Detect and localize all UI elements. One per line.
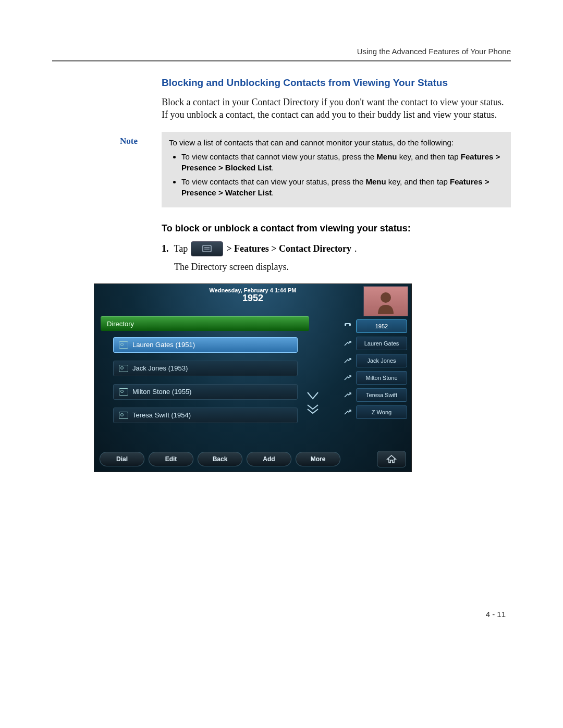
handset-icon [342,322,353,330]
contact-label: Teresa Swift (1954) [132,408,191,423]
side-row[interactable]: Lauren Gates [342,337,407,350]
side-chip[interactable]: 1952 [356,319,407,333]
softkey-edit[interactable]: Edit [149,452,193,466]
side-chip[interactable]: Milton Stone [356,371,407,385]
side-panel: 1952 Lauren Gates Jack Jones Milton Ston… [342,319,407,423]
side-chip[interactable]: Lauren Gates [356,337,407,350]
avatar [363,286,408,316]
chevron-down-double-icon[interactable] [306,404,320,415]
speed-dial-icon [342,375,353,381]
contact-list: Lauren Gates (1951) Jack Jones (1953) Mi… [113,337,298,431]
softkey-more[interactable]: More [296,452,340,466]
step-number: 1. [162,243,169,254]
chevron-down-icon[interactable] [306,390,320,402]
contact-card-icon [119,341,128,349]
speed-dial-icon [342,357,353,364]
contact-item[interactable]: Milton Stone (1955) [113,384,298,400]
phone-screenshot: Wednesday, February 4 1:44 PM 1952 Direc… [94,283,412,472]
home-icon [386,454,397,464]
step-path: > Features > Contact Directory [226,243,351,254]
contact-label: Lauren Gates (1951) [132,337,195,353]
note-bullet-2: To view contacts that can view your stat… [181,176,504,198]
note-box: To view a list of contacts that can and … [162,132,511,207]
contact-label: Jack Jones (1953) [132,361,188,376]
home-button[interactable] [377,451,406,467]
note-block: Note To view a list of contacts that can… [120,132,511,207]
contact-card-icon [119,412,128,419]
menu-icon [191,241,223,256]
side-row[interactable]: Z Wong [342,405,407,419]
step-result: The Directory screen displays. [174,261,511,273]
side-row[interactable]: Jack Jones [342,354,407,367]
contact-label: Milton Stone (1955) [132,384,191,400]
softkey-back[interactable]: Back [198,452,242,466]
directory-title-bar: Directory [101,316,309,331]
svg-rect-0 [203,245,211,252]
note-lead: To view a list of contacts that can and … [169,138,454,147]
step-tap-text: Tap [174,243,188,254]
contact-card-icon [119,365,128,372]
note-bullet-1: To view contacts that cannot view your s… [181,151,504,173]
speed-dial-icon [342,409,353,415]
section-title: Blocking and Unblocking Contacts from Vi… [162,77,511,89]
side-row[interactable]: 1952 [342,319,407,333]
side-row[interactable]: Teresa Swift [342,388,407,402]
speed-dial-icon [342,340,353,347]
softkey-bar: Dial Edit Back Add More [100,451,406,467]
softkey-dial[interactable]: Dial [100,452,144,466]
page-number: 4 - 11 [486,610,506,619]
side-chip[interactable]: Teresa Swift [356,388,407,402]
contact-item[interactable]: Jack Jones (1953) [113,361,298,376]
contact-item[interactable]: Teresa Swift (1954) [113,408,298,423]
contact-card-icon [119,388,128,396]
note-label: Note [120,132,162,207]
speed-dial-icon [342,392,353,398]
section-intro: Block a contact in your Contact Director… [162,96,511,121]
running-header: Using the Advanced Features of Your Phon… [52,47,511,56]
header-rule [52,60,511,61]
scroll-arrows[interactable] [306,390,320,417]
side-chip[interactable]: Jack Jones [356,354,407,367]
procedure-heading: To block or unblock a contact from viewi… [162,223,511,234]
step-1: 1. Tap > Features > Contact Directory. [162,241,511,256]
side-chip[interactable]: Z Wong [356,405,407,419]
softkey-add[interactable]: Add [247,452,291,466]
svg-point-3 [381,292,391,303]
side-row[interactable]: Milton Stone [342,371,407,385]
contact-item[interactable]: Lauren Gates (1951) [113,337,298,353]
